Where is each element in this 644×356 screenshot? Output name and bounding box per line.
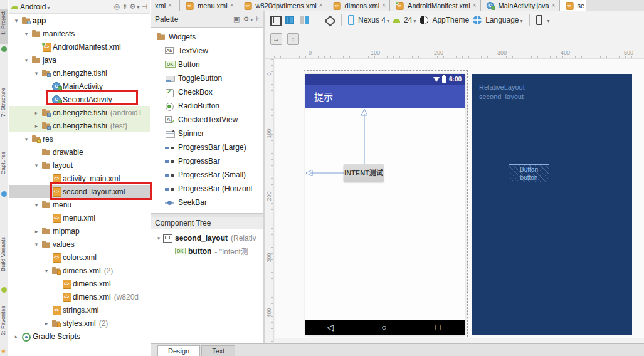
- tree-item-dimens[interactable]: dimens.xml: [9, 277, 150, 290]
- tree-item-layout[interactable]: layout: [9, 159, 150, 172]
- close-icon[interactable]: [230, 2, 234, 9]
- virtual-device-dropdown[interactable]: [546, 16, 550, 24]
- palette-item-progressbar-horizontal[interactable]: ProgressBar (Horizont: [151, 182, 263, 196]
- hide-panel-icon[interactable]: ⊣: [141, 3, 147, 11]
- tree-item-res[interactable]: res: [9, 132, 150, 145]
- tree-item-menu-xml[interactable]: menu.xml: [9, 211, 150, 224]
- tree-item-mipmap[interactable]: mipmap: [9, 224, 150, 238]
- stripe-item-project[interactable]: 1: Project: [0, 11, 8, 35]
- tree-item-styles[interactable]: styles.xml(2): [9, 317, 150, 330]
- locate-file-icon[interactable]: ◎: [114, 3, 120, 11]
- device-preview[interactable]: 6:00 提示 INTENT测试: [305, 74, 465, 335]
- palette-item-spinner[interactable]: Spinner: [151, 127, 263, 140]
- chevron-down-icon[interactable]: [33, 162, 40, 169]
- preview-mode-icon[interactable]: ▣: [233, 15, 240, 23]
- editor-tab-second-layout[interactable]: se: [560, 0, 586, 11]
- close-icon[interactable]: [382, 2, 386, 9]
- virtual-device-icon[interactable]: [536, 15, 542, 25]
- stripe-item-captures[interactable]: Captures: [0, 152, 8, 175]
- tree-item-strings[interactable]: strings.xml: [9, 303, 150, 317]
- tree-item-dimens-group[interactable]: dimens.xml(2): [9, 264, 150, 277]
- resize-horizontal-button[interactable]: ↔: [270, 33, 282, 45]
- editor-tab-w820dp-dimens[interactable]: w820dp\dimens.xml: [238, 0, 327, 11]
- palette-item-progressbar-small[interactable]: ProgressBar (Small): [151, 168, 263, 182]
- tree-item-values[interactable]: values: [9, 238, 150, 251]
- editor-tab[interactable]: xml: [151, 0, 180, 11]
- chevron-down-icon[interactable]: [155, 235, 162, 241]
- close-icon[interactable]: [319, 2, 323, 9]
- chevron-down-icon[interactable]: [33, 70, 40, 76]
- chevron-down-icon[interactable]: [23, 57, 30, 63]
- tab-design[interactable]: Design: [157, 345, 200, 356]
- xml-file-icon: [51, 305, 61, 315]
- project-view-selector[interactable]: Android: [20, 3, 50, 11]
- editor-tab-mainactivity[interactable]: MainActivity.java: [481, 0, 560, 11]
- blueprint-view[interactable]: RelativeLayout second_layout Button butt…: [472, 74, 632, 335]
- dock-icon[interactable]: ⊦: [256, 15, 260, 23]
- stripe-item-favorites[interactable]: 2: Favorites: [0, 306, 8, 335]
- chevron-right-icon[interactable]: [33, 123, 40, 129]
- palette-item-checkedtextview[interactable]: CheckedTextView: [151, 113, 263, 127]
- chevron-right-icon[interactable]: [33, 110, 40, 116]
- blueprint-button[interactable]: Button button: [509, 164, 549, 182]
- chevron-down-icon[interactable]: [43, 268, 50, 274]
- palette-item-button[interactable]: Button: [151, 58, 263, 71]
- folder-icon: [31, 29, 41, 39]
- orientation-icon[interactable]: [324, 14, 335, 26]
- palette-group-widgets[interactable]: Widgets: [151, 30, 263, 44]
- theme-selector[interactable]: AppTheme: [432, 16, 469, 24]
- gear-icon[interactable]: ⚙: [130, 3, 140, 11]
- close-icon[interactable]: [473, 2, 477, 9]
- device-selector[interactable]: Nexus 4: [358, 16, 389, 24]
- palette-item-progressbar[interactable]: ProgressBar: [151, 154, 263, 168]
- chevron-right-icon[interactable]: [33, 228, 40, 234]
- collapse-all-icon[interactable]: ⇟: [122, 3, 127, 11]
- language-selector[interactable]: Language: [485, 16, 522, 24]
- tree-item-drawable[interactable]: drawable: [9, 145, 150, 159]
- palette-item-textview[interactable]: TextView: [151, 44, 263, 58]
- chevron-down-icon[interactable]: [33, 202, 40, 208]
- tree-item-colors[interactable]: colors.xml: [9, 251, 150, 264]
- palette-item-seekbar[interactable]: SeekBar: [151, 196, 263, 209]
- api-level-selector[interactable]: 24: [404, 16, 416, 24]
- togglebutton-icon: [165, 73, 175, 83]
- tree-item-menu-folder[interactable]: menu: [9, 198, 150, 211]
- intent-test-button[interactable]: INTENT测试: [344, 164, 384, 182]
- tree-item-gradle-scripts[interactable]: Gradle Scripts: [9, 330, 150, 343]
- stripe-item-structure[interactable]: 7: Structure: [0, 88, 8, 117]
- component-tree-button[interactable]: button - "Intent测: [151, 244, 263, 258]
- xml-file-icon: [332, 1, 341, 10]
- editor-tab-dimens[interactable]: dimens.xml: [327, 0, 390, 11]
- tree-item-package-test[interactable]: cn.hengzhe.tishi(test): [9, 119, 150, 132]
- design-canvas[interactable]: 0 100 200 300 400 6:00 提示: [265, 59, 644, 343]
- chevron-right-icon[interactable]: [13, 333, 20, 340]
- palette-item-progressbar-large[interactable]: ProgressBar (Large): [151, 140, 263, 154]
- palette-item-togglebutton[interactable]: ToggleButton: [151, 71, 263, 85]
- palette-item-radiobutton[interactable]: RadioButton: [151, 99, 263, 113]
- stripe-item-build-variants[interactable]: Build Variants: [0, 237, 8, 271]
- tree-item-package[interactable]: cn.hengzhe.tishi: [9, 66, 150, 80]
- close-icon[interactable]: [168, 2, 172, 9]
- chevron-right-icon[interactable]: [43, 320, 50, 327]
- blueprint-view-icon[interactable]: [284, 14, 295, 26]
- tree-item-manifests[interactable]: manifests: [9, 27, 150, 40]
- chevron-down-icon[interactable]: [23, 31, 30, 37]
- tree-item-app[interactable]: app: [9, 14, 150, 27]
- chevron-down-icon[interactable]: [13, 18, 20, 24]
- tree-item-androidmanifest[interactable]: AndroidManifest.xml: [9, 40, 150, 53]
- both-views-icon[interactable]: [299, 14, 310, 26]
- editor-tab-androidmanifest[interactable]: AndroidManifest.xml: [390, 0, 481, 11]
- gear-icon[interactable]: ⚙: [243, 15, 253, 23]
- tree-item-dimens-w820dp[interactable]: dimens.xml(w820d: [9, 290, 150, 303]
- tab-text[interactable]: Text: [201, 345, 235, 356]
- tree-item-java[interactable]: java: [9, 53, 150, 66]
- tree-item-package-androidtest[interactable]: cn.hengzhe.tishi(androidT: [9, 106, 150, 119]
- design-view-icon[interactable]: [269, 14, 280, 26]
- editor-tab-menu-xml[interactable]: menu.xml: [180, 0, 238, 11]
- component-tree-root[interactable]: second_layout (Relativ: [151, 231, 263, 244]
- palette-item-checkbox[interactable]: CheckBox: [151, 85, 263, 99]
- chevron-down-icon[interactable]: [23, 136, 30, 142]
- resize-vertical-button[interactable]: ↕: [287, 33, 299, 45]
- chevron-down-icon[interactable]: [33, 241, 40, 248]
- close-icon[interactable]: [552, 2, 556, 9]
